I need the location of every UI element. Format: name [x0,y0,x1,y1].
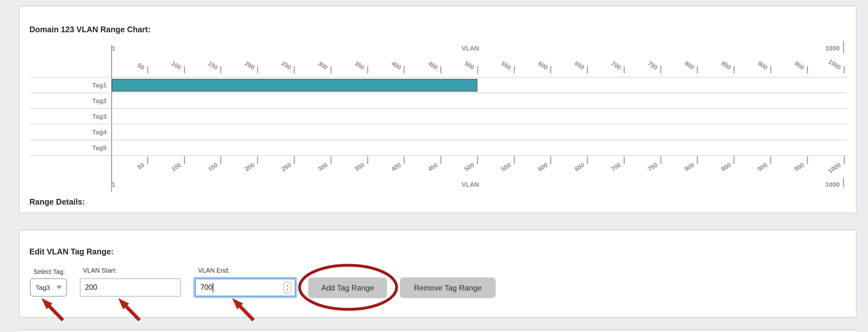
x-tick-bottom [770,157,771,164]
x-tick-label-top: 500 [455,54,476,71]
tag-row-label: Tag2 [20,97,107,105]
x-tick-label-bottom: 1000 [821,162,842,178]
x-tick-top [331,66,332,73]
grid-line [30,124,847,125]
x-tick-label-top: 350 [345,54,366,71]
stepper-down-icon[interactable]: ∨ [286,288,289,291]
x-tick-top [294,66,295,73]
select-tag-dropdown[interactable]: Tag3 [30,278,67,297]
x-tick-bottom [624,157,625,164]
x-tick-bottom [440,157,441,164]
x-tick-label-bottom: 950 [785,162,806,178]
x-tick-label-top: 100 [162,54,183,71]
x-tick-bottom [550,157,551,164]
x-tick-label-top: 300 [308,54,329,71]
vlan-end-value: 700 [200,283,212,292]
chevron-down-icon [56,286,62,289]
x-tick-label-top: 750 [638,54,659,71]
x-tick-label-bottom: 600 [528,162,549,178]
x-tick-bottom [660,157,661,164]
x-tick-top [807,66,808,73]
x-tick-label-top: 700 [601,54,622,71]
x-tick-bottom [514,157,515,164]
edit-vlan-tag-range-panel: Edit VLAN Tag Range: Select Tag: VLAN St… [19,230,857,318]
axis-max-label-top: 1000 [825,45,844,53]
tag-row-label: Tag5 [20,144,107,152]
vlan-range-chart: 1VLAN10001VLAN10005050100100150150200200… [20,6,856,212]
axis-min-label-top: 1 [112,45,115,53]
x-tick-label-bottom: 200 [235,162,256,178]
x-tick-top [550,66,551,73]
x-tick-label-bottom: 250 [272,162,292,178]
remove-tag-range-button[interactable]: Remove Tag Range [400,277,496,298]
x-tick-bottom [220,157,221,164]
vlan-start-input[interactable]: 200 [80,278,181,297]
x-tick-label-bottom: 850 [711,162,732,178]
x-tick-label-top: 600 [528,54,549,71]
x-tick-bottom [807,157,808,164]
x-tick-label-bottom: 650 [565,162,586,178]
x-tick-label-bottom: 300 [308,162,329,178]
x-tick-bottom [294,157,295,164]
x-tick-label-bottom: 800 [675,162,695,178]
x-tick-top [844,66,845,73]
x-tick-label-top: 650 [565,54,586,71]
axis-caption-row-bottom: 1VLAN1000 [112,181,844,189]
x-tick-top [477,66,478,73]
x-tick-label-top: 50 [125,54,146,71]
axis-min-label-bottom: 1 [112,181,115,189]
select-tag-value: Tag3 [35,284,50,292]
x-tick-label-top: 950 [785,54,806,71]
x-tick-bottom [844,157,845,164]
x-tick-bottom [257,157,258,164]
x-tick-bottom [587,157,588,164]
x-tick-label-top: 800 [675,54,695,71]
x-tick-top [147,66,148,73]
x-tick-bottom [184,157,185,164]
x-tick-label-bottom: 50 [125,162,146,178]
axis-caption-row-top: 1VLAN1000 [112,45,844,53]
x-tick-bottom [477,157,478,164]
x-tick-top [184,66,185,73]
x-tick-top [660,66,661,73]
x-tick-label-bottom: 700 [601,162,622,178]
x-tick-top [624,66,625,73]
grid-line [30,139,847,140]
range-details-title: Range Details: [29,197,85,206]
next-panel-edge [19,330,857,332]
select-tag-label: Select Tag: [34,268,65,275]
x-tick-label-top: 1000 [821,54,842,71]
x-tick-top [587,66,588,73]
x-tick-label-top: 200 [235,54,256,71]
number-stepper[interactable]: ∧ ∨ [283,281,291,294]
vlan-chart-panel: Domain 123 VLAN Range Chart: 1VLAN10001V… [19,6,857,213]
x-tick-top [440,66,441,73]
x-tick-label-bottom: 100 [162,162,183,178]
vlan-start-label: VLAN Start: [83,267,117,274]
x-tick-label-bottom: 900 [748,162,769,178]
x-tick-label-bottom: 400 [381,162,402,178]
x-tick-label-top: 900 [748,54,769,71]
tag-row-label: Tag1 [20,81,107,89]
x-tick-label-bottom: 550 [491,162,512,178]
x-tick-label-top: 250 [272,54,292,71]
vlan-start-value: 200 [85,283,97,292]
page: { "colors": { "page_bg": "#E9EDF0", "pan… [0,0,868,332]
x-tick-top [404,66,405,73]
vlan-end-input[interactable]: 700 ∧ ∨ [195,278,296,297]
x-tick-bottom [734,157,735,164]
add-tag-range-button[interactable]: Add Tag Range [308,277,387,298]
x-tick-top [220,66,221,73]
vlan-range-bar [112,79,477,92]
x-tick-label-bottom: 750 [638,162,659,178]
x-tick-bottom [331,157,332,164]
tag-row-label: Tag3 [20,113,107,120]
x-tick-top [257,66,258,73]
text-cursor [213,283,213,292]
x-tick-label-bottom: 500 [455,162,476,178]
x-tick-top [770,66,771,73]
x-tick-bottom [404,157,405,164]
x-tick-label-top: 450 [418,54,439,71]
grid-line [30,93,847,93]
x-tick-top [734,66,735,73]
